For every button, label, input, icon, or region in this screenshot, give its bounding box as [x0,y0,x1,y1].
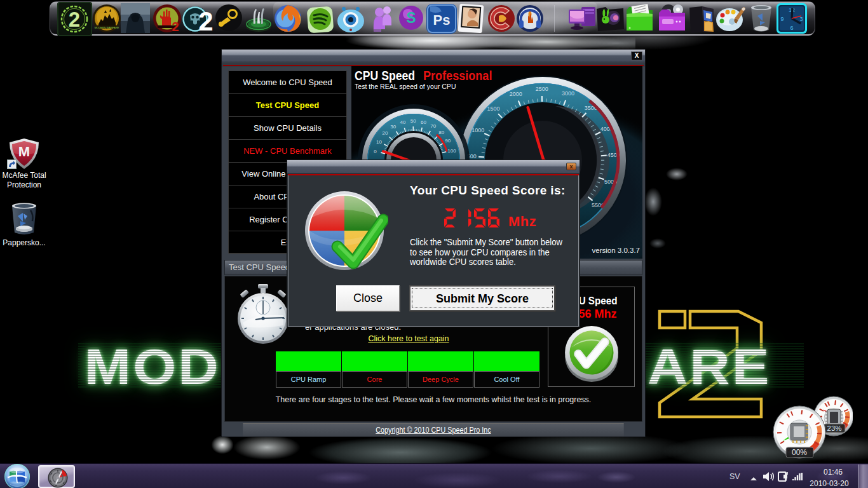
svg-text:23%: 23% [827,424,841,432]
svg-text:0: 0 [374,149,377,154]
svg-text:2: 2 [172,20,179,33]
svg-text:2500: 2500 [536,86,548,92]
svg-text:80: 80 [438,130,444,135]
svg-text:1000: 1000 [471,127,484,133]
svg-text:9: 9 [780,16,783,22]
svg-text:3000: 3000 [562,90,574,97]
svg-text:MODERN WARFARE: MODERN WARFARE [95,26,119,29]
svg-text:Ps: Ps [433,12,451,28]
svg-text:00%: 00% [792,448,807,457]
svg-text:30: 30 [390,124,396,130]
svg-text:10: 10 [376,139,382,145]
svg-text:S: S [406,10,416,26]
svg-text:60: 60 [421,119,426,125]
svg-text:70: 70 [430,123,436,129]
svg-text:2: 2 [69,8,80,31]
svg-text:40: 40 [400,119,405,125]
svg-text:100: 100 [447,148,456,154]
svg-text:M: M [18,144,30,159]
svg-text:50: 50 [410,118,416,124]
svg-text:6: 6 [790,25,793,31]
svg-text:3: 3 [799,16,803,22]
svg-text:20: 20 [383,130,388,136]
svg-text:90: 90 [445,138,451,144]
svg-text:2: 2 [198,6,213,34]
svg-text:2000: 2000 [510,91,522,97]
svg-text:1500: 1500 [487,105,499,112]
